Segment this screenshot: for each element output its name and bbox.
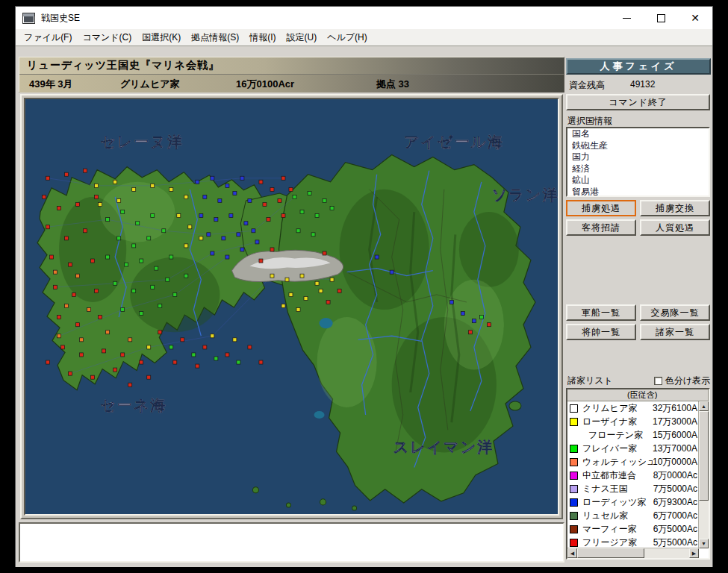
base-marker[interactable]	[140, 312, 143, 316]
base-marker[interactable]	[132, 289, 136, 292]
base-marker[interactable]	[99, 316, 102, 319]
scroll-left-icon[interactable]: ◀	[567, 548, 577, 558]
base-marker[interactable]	[300, 274, 304, 278]
base-marker[interactable]	[289, 292, 293, 296]
base-marker[interactable]	[76, 274, 80, 278]
base-marker[interactable]	[95, 184, 99, 187]
country-info-item[interactable]: 貿易港	[567, 187, 709, 198]
clan-list-horizontal-scrollbar[interactable]: ◀ ▶	[567, 548, 699, 558]
base-marker[interactable]	[113, 180, 117, 184]
base-marker[interactable]	[136, 222, 140, 225]
base-marker[interactable]	[304, 296, 308, 300]
base-marker[interactable]	[117, 198, 121, 202]
warship-list-button[interactable]: 軍船一覧	[566, 304, 636, 321]
base-marker[interactable]	[252, 229, 255, 233]
base-marker[interactable]	[240, 248, 244, 251]
base-marker[interactable]	[113, 281, 117, 285]
base-marker[interactable]	[102, 349, 106, 353]
base-marker[interactable]	[479, 316, 483, 319]
clan-row[interactable]: ローディッツ家6万9300Ac	[567, 495, 699, 509]
base-marker[interactable]	[117, 237, 121, 240]
base-marker[interactable]	[155, 266, 158, 270]
base-marker[interactable]	[296, 229, 300, 233]
vertical-scroll-thumb[interactable]	[699, 411, 709, 501]
color-toggle-checkbox[interactable]	[654, 377, 662, 385]
clan-row[interactable]: フローテン家15万6000A	[567, 428, 699, 442]
base-marker[interactable]	[106, 218, 110, 222]
base-marker[interactable]	[80, 353, 84, 357]
base-marker[interactable]	[270, 274, 274, 278]
base-marker[interactable]	[121, 353, 125, 357]
base-marker[interactable]	[50, 255, 54, 259]
hostage-treatment-button[interactable]: 人質処遇	[640, 219, 710, 236]
clan-row[interactable]: ローザイナ家17万3000A	[567, 415, 699, 428]
base-marker[interactable]	[132, 244, 136, 248]
base-marker[interactable]	[72, 292, 76, 296]
base-marker[interactable]	[54, 285, 57, 289]
base-marker[interactable]	[43, 195, 46, 198]
scroll-right-icon[interactable]: ▶	[689, 548, 699, 558]
base-marker[interactable]	[289, 187, 293, 191]
base-marker[interactable]	[151, 184, 155, 187]
clan-list-vertical-scrollbar[interactable]: ▲ ▼	[698, 401, 709, 548]
base-marker[interactable]	[311, 233, 315, 237]
country-info-item[interactable]: 経済	[567, 163, 709, 175]
base-marker[interactable]	[173, 292, 177, 296]
base-marker[interactable]	[121, 308, 125, 312]
clan-row[interactable]: フレイバー家13万7000A	[567, 442, 699, 455]
base-marker[interactable]	[199, 237, 203, 240]
base-marker[interactable]	[233, 191, 237, 195]
base-marker[interactable]	[207, 233, 211, 237]
base-marker[interactable]	[237, 360, 240, 364]
base-marker[interactable]	[468, 331, 472, 334]
clan-list-column-header[interactable]: (臣従含)	[567, 389, 709, 401]
base-marker[interactable]	[244, 222, 248, 225]
base-marker[interactable]	[255, 240, 259, 244]
base-marker[interactable]	[293, 195, 296, 198]
base-marker[interactable]	[270, 248, 274, 251]
menu-item[interactable]: 拠点情報(S)	[186, 30, 244, 46]
base-marker[interactable]	[196, 364, 199, 368]
base-marker[interactable]	[461, 312, 464, 316]
base-marker[interactable]	[326, 300, 330, 304]
base-marker[interactable]	[225, 255, 229, 259]
base-marker[interactable]	[267, 218, 270, 222]
scroll-up-icon[interactable]: ▲	[699, 401, 709, 411]
base-marker[interactable]	[330, 207, 334, 210]
base-marker[interactable]	[125, 263, 128, 266]
trade-caravan-list-button[interactable]: 交易隊一覧	[640, 304, 710, 321]
clan-row[interactable]: マーフィー家6万5000Ac	[567, 522, 699, 536]
base-marker[interactable]	[240, 176, 244, 180]
minimize-button[interactable]	[609, 7, 644, 29]
game-map[interactable]: セレーヌ洋アイゼール海ソラン洋セーネ海スレイマン洋	[25, 99, 558, 514]
base-marker[interactable]	[259, 180, 263, 184]
base-marker[interactable]	[54, 270, 57, 274]
base-marker[interactable]	[319, 289, 323, 292]
base-marker[interactable]	[308, 191, 311, 195]
prisoner-exchange-button[interactable]: 捕虜交換	[640, 200, 710, 216]
base-marker[interactable]	[69, 372, 72, 375]
base-marker[interactable]	[263, 202, 267, 206]
clan-row[interactable]: フリージア家5万5000Ac	[567, 536, 699, 548]
base-marker[interactable]	[76, 323, 80, 327]
base-marker[interactable]	[57, 334, 61, 338]
clan-row[interactable]: ミナス王国7万5000Ac	[567, 482, 699, 495]
base-marker[interactable]	[181, 338, 184, 342]
base-marker[interactable]	[140, 360, 143, 364]
base-marker[interactable]	[91, 375, 95, 379]
base-marker[interactable]	[113, 368, 117, 372]
color-toggle[interactable]: 色分け表示	[654, 375, 710, 387]
base-marker[interactable]	[211, 176, 214, 180]
base-marker[interactable]	[46, 176, 50, 180]
base-marker[interactable]	[229, 214, 233, 218]
base-marker[interactable]	[87, 308, 91, 312]
base-marker[interactable]	[169, 345, 173, 349]
base-marker[interactable]	[140, 259, 143, 263]
base-marker[interactable]	[57, 207, 61, 210]
clan-row[interactable]: リュセル家6万7000Ac	[567, 509, 699, 522]
base-marker[interactable]	[211, 251, 214, 255]
menu-item[interactable]: 情報(I)	[244, 30, 281, 46]
base-marker[interactable]	[214, 218, 218, 222]
base-marker[interactable]	[218, 198, 222, 202]
country-info-listbox[interactable]: 国名鉄砲生産国力経済鉱山貿易港	[566, 127, 710, 197]
